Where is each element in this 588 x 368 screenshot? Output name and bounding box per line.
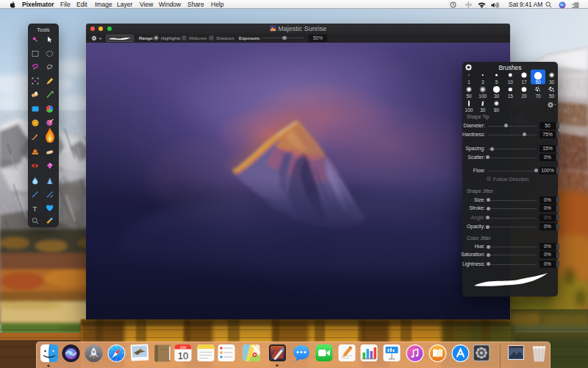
svg-text:10: 10 xyxy=(178,350,188,361)
svg-text:T: T xyxy=(33,205,37,213)
svg-text:JUN: JUN xyxy=(180,346,187,350)
